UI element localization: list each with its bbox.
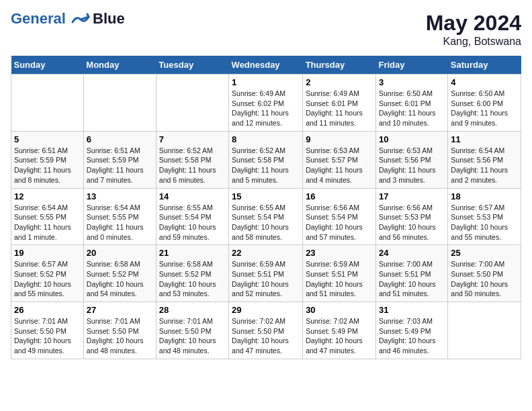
- logo: General Blue: [11, 11, 125, 27]
- calendar-week-row: 12Sunrise: 6:54 AM Sunset: 5:55 PM Dayli…: [11, 188, 521, 245]
- day-number: 25: [451, 248, 518, 258]
- day-info: Sunrise: 7:03 AM Sunset: 5:49 PM Dayligh…: [379, 316, 445, 356]
- day-info: Sunrise: 6:59 AM Sunset: 5:51 PM Dayligh…: [306, 259, 373, 299]
- day-info: Sunrise: 6:58 AM Sunset: 5:52 PM Dayligh…: [87, 259, 153, 299]
- calendar-cell: 20Sunrise: 6:58 AM Sunset: 5:52 PM Dayli…: [83, 245, 156, 302]
- day-info: Sunrise: 7:01 AM Sunset: 5:50 PM Dayligh…: [159, 316, 226, 356]
- calendar-cell: 24Sunrise: 7:00 AM Sunset: 5:51 PM Dayli…: [375, 245, 447, 302]
- day-number: 15: [232, 191, 300, 201]
- day-number: 13: [87, 191, 153, 201]
- day-info: Sunrise: 6:51 AM Sunset: 5:59 PM Dayligh…: [87, 146, 153, 185]
- logo-general: General: [11, 10, 66, 27]
- calendar-cell: 22Sunrise: 6:59 AM Sunset: 5:51 PM Dayli…: [229, 245, 303, 302]
- day-number: 18: [451, 191, 518, 201]
- day-info: Sunrise: 6:56 AM Sunset: 5:54 PM Dayligh…: [306, 203, 373, 242]
- calendar-cell: [11, 75, 84, 132]
- day-info: Sunrise: 6:57 AM Sunset: 5:53 PM Dayligh…: [451, 203, 518, 242]
- weekday-header: Tuesday: [156, 56, 228, 75]
- calendar-cell: 6Sunrise: 6:51 AM Sunset: 5:59 PM Daylig…: [83, 131, 156, 188]
- day-info: Sunrise: 6:56 AM Sunset: 5:53 PM Dayligh…: [379, 203, 445, 242]
- day-number: 16: [306, 191, 373, 201]
- day-number: 31: [379, 305, 445, 315]
- day-info: Sunrise: 7:01 AM Sunset: 5:50 PM Dayligh…: [14, 316, 81, 356]
- calendar-cell: 14Sunrise: 6:55 AM Sunset: 5:54 PM Dayli…: [156, 188, 228, 245]
- day-info: Sunrise: 7:02 AM Sunset: 5:49 PM Dayligh…: [306, 316, 373, 356]
- calendar-cell: 21Sunrise: 6:58 AM Sunset: 5:52 PM Dayli…: [156, 245, 228, 302]
- calendar-cell: 13Sunrise: 6:54 AM Sunset: 5:55 PM Dayli…: [83, 188, 156, 245]
- day-info: Sunrise: 6:54 AM Sunset: 5:55 PM Dayligh…: [87, 203, 153, 242]
- day-number: 10: [379, 134, 445, 144]
- day-number: 28: [159, 305, 226, 315]
- calendar-cell: 2Sunrise: 6:49 AM Sunset: 6:01 PM Daylig…: [303, 75, 376, 132]
- calendar-cell: 26Sunrise: 7:01 AM Sunset: 5:50 PM Dayli…: [11, 302, 84, 359]
- calendar-cell: 19Sunrise: 6:57 AM Sunset: 5:52 PM Dayli…: [11, 245, 84, 302]
- day-number: 4: [451, 77, 518, 87]
- calendar-cell: 1Sunrise: 6:49 AM Sunset: 6:02 PM Daylig…: [229, 75, 303, 132]
- calendar-week-row: 1Sunrise: 6:49 AM Sunset: 6:02 PM Daylig…: [11, 75, 521, 132]
- calendar-cell: 10Sunrise: 6:53 AM Sunset: 5:56 PM Dayli…: [375, 131, 447, 188]
- day-info: Sunrise: 6:57 AM Sunset: 5:52 PM Dayligh…: [14, 259, 81, 299]
- day-info: Sunrise: 6:58 AM Sunset: 5:52 PM Dayligh…: [159, 259, 226, 299]
- calendar-cell: 9Sunrise: 6:53 AM Sunset: 5:57 PM Daylig…: [303, 131, 376, 188]
- day-number: 26: [14, 305, 81, 315]
- day-info: Sunrise: 7:00 AM Sunset: 5:51 PM Dayligh…: [379, 259, 445, 299]
- calendar-cell: 29Sunrise: 7:02 AM Sunset: 5:50 PM Dayli…: [229, 302, 303, 359]
- day-number: 6: [87, 134, 153, 144]
- day-number: 22: [232, 248, 300, 258]
- day-number: 21: [159, 248, 226, 258]
- day-number: 14: [159, 191, 226, 201]
- calendar-cell: [156, 75, 228, 132]
- calendar-cell: 30Sunrise: 7:02 AM Sunset: 5:49 PM Dayli…: [303, 302, 376, 359]
- day-info: Sunrise: 6:55 AM Sunset: 5:54 PM Dayligh…: [232, 203, 300, 242]
- calendar-cell: [448, 302, 521, 359]
- day-number: 19: [14, 248, 81, 258]
- calendar-cell: 5Sunrise: 6:51 AM Sunset: 5:59 PM Daylig…: [11, 131, 84, 188]
- calendar-cell: 18Sunrise: 6:57 AM Sunset: 5:53 PM Dayli…: [448, 188, 521, 245]
- day-info: Sunrise: 6:49 AM Sunset: 6:02 PM Dayligh…: [232, 89, 300, 128]
- day-number: 3: [379, 77, 445, 87]
- weekday-header: Wednesday: [229, 56, 303, 75]
- day-number: 17: [379, 191, 445, 201]
- calendar-cell: 4Sunrise: 6:50 AM Sunset: 6:00 PM Daylig…: [448, 75, 521, 132]
- day-info: Sunrise: 6:55 AM Sunset: 5:54 PM Dayligh…: [159, 203, 226, 242]
- title-block: May 2024 Kang, Botswana: [426, 11, 521, 48]
- calendar-cell: 12Sunrise: 6:54 AM Sunset: 5:55 PM Dayli…: [11, 188, 84, 245]
- day-info: Sunrise: 6:51 AM Sunset: 5:59 PM Dayligh…: [14, 146, 81, 185]
- day-info: Sunrise: 7:01 AM Sunset: 5:50 PM Dayligh…: [87, 316, 153, 356]
- calendar-cell: 8Sunrise: 6:52 AM Sunset: 5:58 PM Daylig…: [229, 131, 303, 188]
- calendar-cell: 25Sunrise: 7:00 AM Sunset: 5:50 PM Dayli…: [448, 245, 521, 302]
- day-info: Sunrise: 6:52 AM Sunset: 5:58 PM Dayligh…: [232, 146, 300, 185]
- calendar-cell: [83, 75, 156, 132]
- calendar-week-row: 19Sunrise: 6:57 AM Sunset: 5:52 PM Dayli…: [11, 245, 521, 302]
- calendar-cell: 3Sunrise: 6:50 AM Sunset: 6:01 PM Daylig…: [375, 75, 447, 132]
- weekday-header: Monday: [83, 56, 156, 75]
- day-info: Sunrise: 6:59 AM Sunset: 5:51 PM Dayligh…: [232, 259, 300, 299]
- day-number: 24: [379, 248, 445, 258]
- day-info: Sunrise: 7:02 AM Sunset: 5:50 PM Dayligh…: [232, 316, 300, 356]
- day-info: Sunrise: 6:53 AM Sunset: 5:56 PM Dayligh…: [379, 146, 445, 185]
- weekday-header: Friday: [375, 56, 447, 75]
- location: Kang, Botswana: [426, 36, 521, 48]
- day-number: 20: [87, 248, 153, 258]
- calendar-table: SundayMondayTuesdayWednesdayThursdayFrid…: [11, 56, 521, 359]
- day-info: Sunrise: 6:52 AM Sunset: 5:58 PM Dayligh…: [159, 146, 226, 185]
- weekday-header: Thursday: [303, 56, 376, 75]
- calendar-cell: 17Sunrise: 6:56 AM Sunset: 5:53 PM Dayli…: [375, 188, 447, 245]
- calendar-cell: 27Sunrise: 7:01 AM Sunset: 5:50 PM Dayli…: [83, 302, 156, 359]
- weekday-header: Sunday: [11, 56, 84, 75]
- day-number: 5: [14, 134, 81, 144]
- month-title: May 2024: [426, 11, 521, 36]
- logo-text: General: [11, 11, 91, 27]
- logo-blue: Blue: [93, 11, 125, 27]
- day-info: Sunrise: 6:54 AM Sunset: 5:56 PM Dayligh…: [451, 146, 518, 185]
- logo-wave-icon: [71, 13, 91, 26]
- day-number: 23: [306, 248, 373, 258]
- calendar-cell: 23Sunrise: 6:59 AM Sunset: 5:51 PM Dayli…: [303, 245, 376, 302]
- day-number: 30: [306, 305, 373, 315]
- calendar-cell: 31Sunrise: 7:03 AM Sunset: 5:49 PM Dayli…: [375, 302, 447, 359]
- calendar-week-row: 5Sunrise: 6:51 AM Sunset: 5:59 PM Daylig…: [11, 131, 521, 188]
- calendar-week-row: 26Sunrise: 7:01 AM Sunset: 5:50 PM Dayli…: [11, 302, 521, 359]
- day-info: Sunrise: 6:50 AM Sunset: 6:01 PM Dayligh…: [379, 89, 445, 128]
- day-number: 9: [306, 134, 373, 144]
- day-number: 12: [14, 191, 81, 201]
